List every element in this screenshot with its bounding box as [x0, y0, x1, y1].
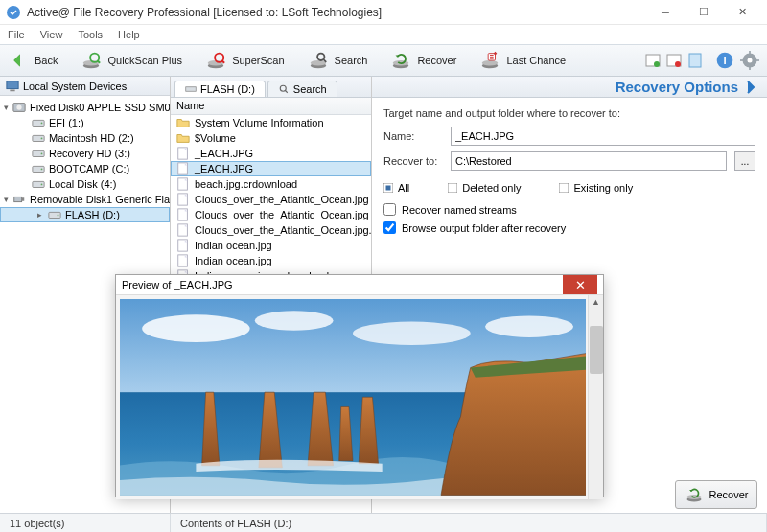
main-toolbar: Back QuickScan Plus SuperScan Search Rec…: [0, 44, 767, 77]
file-name: Indian ocean.jpg: [195, 240, 272, 251]
preview-titlebar[interactable]: Preview of _EACH.JPG ✕: [116, 275, 603, 295]
check-browse-output[interactable]: Browse output folder after recovery: [384, 221, 755, 234]
search-tab-icon: [278, 83, 290, 95]
file-name: beach.jpg.crdownload: [195, 178, 297, 190]
svg-point-8: [310, 60, 326, 66]
file-row[interactable]: beach.jpg.crdownload: [171, 176, 371, 192]
file-tabs: FLASH (D:) Search: [171, 77, 371, 98]
info-icon[interactable]: i: [715, 51, 734, 70]
check-named-streams-box[interactable]: [384, 203, 396, 216]
check-browse-output-box[interactable]: [384, 221, 396, 234]
tree-item-label: EFI (1:): [49, 117, 84, 128]
status-contents: Contents of FLASH (D:): [171, 514, 767, 532]
preview-scrollbar[interactable]: ▲: [588, 295, 603, 499]
file-row[interactable]: Indian ocean.jpg: [171, 253, 371, 268]
tree-item-label: Local Disk (4:): [49, 178, 116, 190]
tree-item-label: BOOTCAMP (C:): [49, 163, 129, 174]
recovery-options-title: Recovery Options: [616, 79, 738, 95]
radio-deleted[interactable]: Deleted only: [448, 182, 521, 194]
tree-item[interactable]: Recovery HD (3:): [0, 146, 170, 161]
svg-rect-25: [749, 67, 751, 70]
quickscan-button[interactable]: QuickScan Plus: [81, 50, 182, 71]
file-name: Clouds_over_the_Atlantic_Ocean.jpg: [195, 194, 369, 205]
file-row[interactable]: Clouds_over_the_Atlantic_Ocean.jpg.crdo: [171, 222, 371, 238]
drive-icon: [185, 83, 197, 95]
superscan-button[interactable]: SuperScan: [205, 50, 284, 71]
recoverto-input[interactable]: [451, 151, 727, 171]
check-named-streams[interactable]: Recover named streams: [384, 203, 755, 216]
file-row[interactable]: Clouds_over_the_Atlantic_Ocean.jpg: [171, 192, 371, 207]
status-ok-icon[interactable]: [645, 53, 661, 68]
scroll-up-icon[interactable]: ▲: [589, 295, 603, 309]
preview-body: ▲: [116, 295, 603, 499]
tree-item[interactable]: ▾Removable Disk1 Generic Flas...: [0, 192, 170, 207]
svg-point-47: [280, 85, 286, 91]
tree-item[interactable]: Macintosh HD (2:): [0, 130, 170, 146]
browse-button[interactable]: ...: [734, 151, 755, 171]
menu-tools[interactable]: Tools: [78, 29, 103, 40]
tree-item[interactable]: ▾Fixed Disk0 APPLE SSD SM05...: [0, 100, 170, 115]
tree-item[interactable]: BOOTCAMP (C:): [0, 161, 170, 176]
recover-button-area: Recover: [675, 480, 757, 509]
file-name: $Volume: [195, 132, 236, 144]
back-button[interactable]: Back: [8, 50, 58, 71]
expand-icon[interactable]: ▾: [4, 196, 9, 204]
tab-search[interactable]: Search: [267, 81, 337, 97]
arrow-right-icon[interactable]: [744, 80, 759, 95]
file-row[interactable]: Indian ocean.jpg: [171, 238, 371, 253]
lastchance-icon: [479, 50, 500, 71]
tree-item[interactable]: ▸FLASH (D:): [0, 207, 170, 222]
recovery-caption: Target name and output folder where to r…: [384, 107, 755, 119]
preview-window[interactable]: Preview of _EACH.JPG ✕: [115, 274, 604, 497]
search-button[interactable]: Search: [308, 50, 368, 71]
recover-icon: [390, 50, 411, 71]
status-object-count: 11 object(s): [0, 514, 171, 532]
svg-rect-29: [10, 89, 14, 91]
svg-point-13: [482, 60, 499, 66]
svg-rect-58: [386, 186, 391, 191]
file-name: Clouds_over_the_Atlantic_Ocean.jpg.crdo: [195, 224, 371, 236]
gear-icon[interactable]: [740, 51, 759, 70]
name-input[interactable]: [451, 127, 755, 146]
status-del-icon[interactable]: [666, 53, 682, 68]
tree-item-label: Fixed Disk0 APPLE SSD SM05...: [30, 102, 170, 113]
svg-point-16: [654, 61, 660, 67]
svg-point-41: [41, 184, 43, 186]
svg-point-31: [16, 104, 21, 109]
menu-file[interactable]: File: [8, 29, 25, 40]
column-header-name[interactable]: Name: [171, 98, 371, 115]
recover-button[interactable]: Recover: [390, 50, 456, 71]
window-titlebar: Active@ File Recovery Professional [Lice…: [0, 0, 767, 25]
scroll-thumb[interactable]: [590, 326, 603, 374]
tree-item[interactable]: Local Disk (4:): [0, 176, 170, 192]
tree-item-label: Macintosh HD (2:): [49, 132, 134, 144]
preview-close-button[interactable]: ✕: [563, 275, 597, 294]
tree-item[interactable]: EFI (1:): [0, 115, 170, 130]
file-name: Clouds_over_the_Atlantic_Ocean.jpg: [195, 209, 369, 220]
file-row[interactable]: System Volume Information: [171, 115, 371, 130]
maximize-button[interactable]: ☐: [685, 1, 723, 24]
menu-help[interactable]: Help: [118, 29, 140, 40]
svg-point-37: [41, 153, 43, 155]
file-row[interactable]: Clouds_over_the_Atlantic_Ocean.jpg: [171, 207, 371, 222]
menu-view[interactable]: View: [40, 29, 63, 40]
svg-point-65: [255, 311, 334, 330]
recovery-options-body: Target name and output folder where to r…: [372, 98, 767, 249]
svg-point-23: [748, 58, 753, 63]
file-row[interactable]: _EACH.JPG: [171, 161, 371, 176]
radio-existing[interactable]: Existing only: [559, 182, 633, 194]
file-row[interactable]: _EACH.JPG: [171, 146, 371, 161]
document-icon[interactable]: [687, 53, 703, 68]
tab-location[interactable]: FLASH (D:): [174, 81, 266, 97]
recover-action-button[interactable]: Recover: [675, 480, 757, 509]
minimize-button[interactable]: ─: [646, 1, 685, 24]
file-row[interactable]: $Volume: [171, 130, 371, 146]
expand-icon[interactable]: ▸: [35, 211, 44, 220]
file-name: Indian ocean.jpg: [195, 255, 272, 266]
svg-text:i: i: [723, 54, 726, 66]
expand-icon[interactable]: ▾: [4, 104, 9, 112]
preview-image: [120, 299, 586, 496]
close-button[interactable]: ✕: [723, 1, 761, 24]
lastchance-button[interactable]: Last Chance: [479, 50, 566, 71]
radio-all[interactable]: All: [384, 182, 409, 194]
